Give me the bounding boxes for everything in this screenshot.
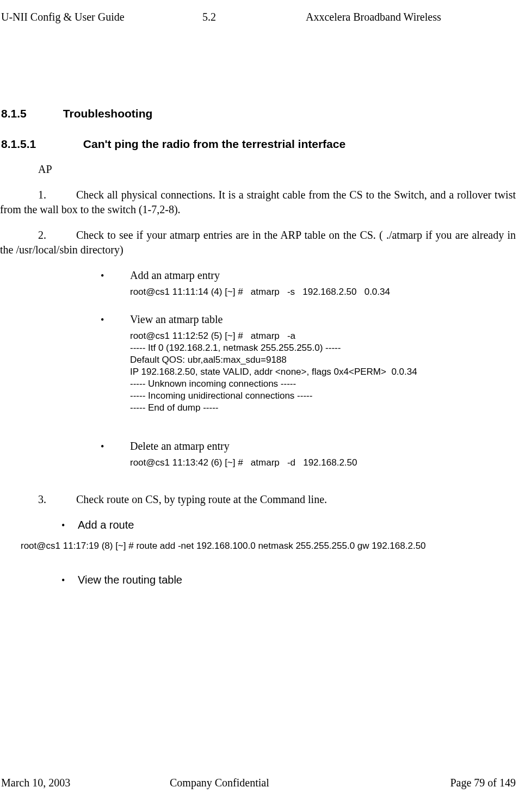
bullet-icon: • bbox=[101, 269, 130, 282]
heading-8-1-5-1: 8.1.5.1 Can't ping the radio from the te… bbox=[0, 137, 516, 152]
page-header: U-NII Config & User Guide 5.2 Axxcelera … bbox=[0, 10, 516, 24]
numbered-item-2: 2.Check to see if your atmarp entries ar… bbox=[0, 228, 516, 257]
bullet-delete-atmarp: • Delete an atmarp entry root@cs1 11:13:… bbox=[101, 439, 516, 469]
code-view-atmarp: root@cs1 11:12:52 (5) [~] # atmarp -a --… bbox=[130, 330, 516, 414]
bullet-icon: • bbox=[61, 574, 78, 587]
footer-confidential: Company Confidential bbox=[164, 776, 407, 790]
item-text: Check route on CS, by typing route at th… bbox=[76, 493, 327, 505]
bullet-add-atmarp: • Add an atmarp entry root@cs1 11:11:14 … bbox=[101, 268, 516, 298]
bullet-view-routing: • View the routing table bbox=[61, 573, 516, 587]
code-delete-atmarp: root@cs1 11:13:42 (6) [~] # atmarp -d 19… bbox=[130, 457, 516, 469]
item-number: 3. bbox=[0, 492, 76, 507]
bullet-add-route: • Add a route bbox=[61, 518, 516, 532]
bullet-label: Delete an atmarp entry bbox=[130, 439, 230, 454]
code-add-route: root@cs1 11:17:19 (8) [~] # route add -n… bbox=[21, 540, 516, 553]
bullet-label: Add a route bbox=[78, 518, 134, 532]
numbered-item-3: 3.Check route on CS, by typing route at … bbox=[0, 492, 516, 507]
item-text: Check to see if your atmarp entries are … bbox=[0, 229, 516, 256]
header-right: Axxcelera Broadband Wireless bbox=[306, 10, 441, 24]
heading-title: Troubleshooting bbox=[63, 107, 152, 120]
numbered-item-1: 1.Check all physical connections. It is … bbox=[0, 188, 516, 217]
footer-date: March 10, 2003 bbox=[1, 776, 164, 790]
heading-title: Can't ping the radio from the terrestria… bbox=[83, 138, 345, 150]
bullet-icon: • bbox=[101, 313, 130, 326]
heading-number: 8.1.5.1 bbox=[1, 137, 80, 152]
bullet-label: View an atmarp table bbox=[130, 312, 223, 327]
heading-8-1-5: 8.1.5 Troubleshooting bbox=[0, 106, 516, 121]
item-number: 2. bbox=[0, 228, 76, 243]
header-left: U-NII Config & User Guide bbox=[1, 10, 202, 24]
header-center: 5.2 bbox=[202, 10, 306, 24]
code-add-atmarp: root@cs1 11:11:14 (4) [~] # atmarp -s 19… bbox=[130, 286, 516, 298]
bullet-view-atmarp: • View an atmarp table root@cs1 11:12:52… bbox=[101, 312, 516, 414]
bullet-icon: • bbox=[61, 519, 78, 532]
item-text: Check all physical connections. It is a … bbox=[0, 189, 516, 215]
heading-number: 8.1.5 bbox=[1, 106, 60, 121]
bullet-icon: • bbox=[101, 440, 130, 453]
bullet-label: View the routing table bbox=[78, 573, 182, 587]
bullet-label: Add an atmarp entry bbox=[130, 268, 220, 283]
item-number: 1. bbox=[0, 188, 76, 202]
ap-label: AP bbox=[38, 162, 516, 177]
page-footer: March 10, 2003 Company Confidential Page… bbox=[1, 776, 516, 790]
footer-page-number: Page 79 of 149 bbox=[407, 776, 516, 790]
